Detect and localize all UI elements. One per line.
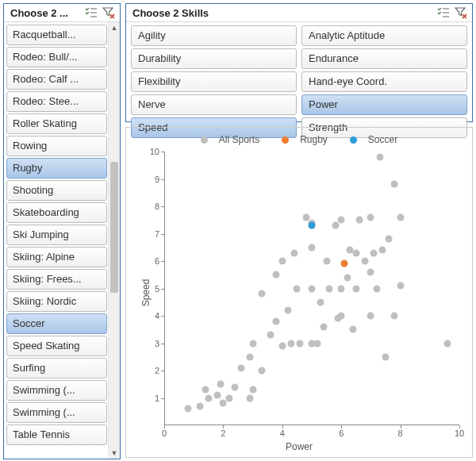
- multiselect-icon[interactable]: [85, 6, 98, 19]
- sports-scrollbar[interactable]: ▲ ▼: [108, 22, 120, 459]
- data-point: [294, 285, 301, 292]
- data-point: [258, 290, 265, 298]
- data-point: [196, 402, 203, 409]
- sports-item[interactable]: Skiing: Nordic: [6, 291, 107, 312]
- sports-item[interactable]: Ski Jumping: [6, 225, 107, 245]
- sports-item[interactable]: Roller Skating: [6, 113, 107, 134]
- data-point: [217, 381, 224, 388]
- chart-wrap: All SportsRugbySoccer Speed Power 123456…: [129, 131, 469, 454]
- x-tick-mark: [282, 425, 283, 428]
- skill-item[interactable]: Flexibility: [131, 71, 297, 92]
- data-point: [444, 340, 451, 347]
- legend-entry: All Sports: [195, 134, 265, 145]
- skills-panel: Choose 2 Skills AgilityAnalytic Aptitude…: [125, 3, 473, 122]
- data-point: [309, 244, 316, 251]
- data-point: [352, 249, 359, 256]
- sports-item[interactable]: Swimming (...: [6, 380, 107, 401]
- y-tick-mark: [161, 261, 164, 262]
- data-point: [397, 213, 404, 221]
- data-point: [278, 342, 286, 349]
- sports-item[interactable]: Soccer: [6, 313, 107, 334]
- data-point: [367, 313, 374, 320]
- data-point: [332, 222, 339, 229]
- skill-item[interactable]: Nerve: [131, 94, 297, 115]
- data-point: [382, 353, 390, 360]
- scroll-down-icon[interactable]: ▼: [109, 448, 120, 459]
- sports-item[interactable]: Table Tennis: [6, 425, 107, 445]
- y-tick-mark: [161, 234, 164, 235]
- sports-item[interactable]: Surfing: [6, 358, 107, 378]
- data-point: [350, 326, 357, 333]
- sports-item[interactable]: Rodeo: Stee...: [6, 91, 107, 112]
- data-point: [344, 274, 351, 281]
- sports-item[interactable]: Speed Skating: [6, 336, 107, 356]
- skill-item[interactable]: Hand-eye Coord.: [301, 71, 467, 92]
- clear-filter-icon[interactable]: [102, 6, 115, 19]
- scroll-thumb[interactable]: [110, 162, 118, 293]
- legend-entry: Soccer: [344, 134, 403, 145]
- data-point: [385, 236, 392, 243]
- data-point: [246, 353, 253, 360]
- data-point: [373, 285, 380, 292]
- data-point: [367, 268, 374, 275]
- skill-item[interactable]: Durability: [131, 48, 297, 69]
- data-point: [367, 213, 374, 221]
- y-tick-mark: [161, 398, 164, 399]
- data-point: [246, 394, 253, 401]
- data-point: [287, 340, 294, 347]
- app-root: Choose 2 ... Racquetball...Rodeo: Bull/.…: [0, 0, 476, 461]
- data-point: [340, 260, 347, 267]
- sports-item[interactable]: Rugby: [6, 158, 107, 179]
- legend-marker-icon: [282, 136, 289, 144]
- sports-list: Racquetball...Rodeo: Bull/...Rodeo: Calf…: [6, 25, 107, 456]
- data-point: [309, 285, 316, 292]
- y-tick-mark: [161, 152, 164, 152]
- data-point: [370, 249, 378, 256]
- data-point: [184, 405, 191, 413]
- chart-panel: All SportsRugbySoccer Speed Power 123456…: [125, 127, 473, 458]
- sports-panel-title: Choose 2 ...: [10, 7, 85, 19]
- x-axis-label: Power: [129, 441, 469, 452]
- sports-item[interactable]: Skateboarding: [6, 202, 107, 223]
- data-point: [249, 386, 256, 394]
- x-tick-mark: [401, 425, 401, 428]
- x-tick-mark: [459, 425, 460, 428]
- data-point: [397, 282, 404, 290]
- skill-item[interactable]: Power: [301, 94, 467, 115]
- data-point: [352, 285, 359, 292]
- right-column: Choose 2 Skills AgilityAnalytic Aptitude…: [125, 3, 473, 458]
- data-point: [285, 307, 292, 314]
- data-point: [205, 394, 212, 401]
- legend-marker-icon: [201, 136, 208, 144]
- data-point: [317, 298, 324, 305]
- data-point: [232, 383, 239, 390]
- sports-item[interactable]: Shooting: [6, 180, 107, 201]
- data-point: [273, 271, 280, 279]
- sports-item[interactable]: Rodeo: Calf ...: [6, 69, 107, 90]
- sports-item[interactable]: Swimming (...: [6, 402, 107, 423]
- skill-item[interactable]: Analytic Aptitude: [301, 25, 467, 46]
- plot-area: 123456789100246810: [164, 152, 459, 425]
- legend-label: All Sports: [219, 134, 259, 145]
- data-point: [309, 222, 316, 229]
- legend-label: Soccer: [368, 134, 397, 145]
- data-point: [326, 285, 333, 292]
- scroll-up-icon[interactable]: ▲: [109, 22, 120, 33]
- x-tick-mark: [341, 425, 342, 428]
- skill-item[interactable]: Agility: [131, 25, 297, 46]
- data-point: [273, 317, 280, 325]
- sports-item[interactable]: Rodeo: Bull/...: [6, 47, 107, 67]
- sports-item[interactable]: Racquetball...: [6, 25, 107, 45]
- multiselect-icon[interactable]: [437, 6, 450, 19]
- skill-item[interactable]: Endurance: [301, 48, 467, 69]
- data-point: [297, 340, 304, 347]
- data-point: [225, 394, 232, 401]
- x-axis-line: [164, 425, 459, 425]
- data-point: [338, 217, 345, 224]
- y-tick-mark: [161, 344, 164, 344]
- clear-filter-icon[interactable]: [455, 6, 467, 19]
- sports-item[interactable]: Skiing: Alpine: [6, 247, 107, 267]
- data-point: [237, 364, 244, 371]
- sports-item[interactable]: Rowing: [6, 136, 107, 156]
- sports-item[interactable]: Skiing: Frees...: [6, 269, 107, 290]
